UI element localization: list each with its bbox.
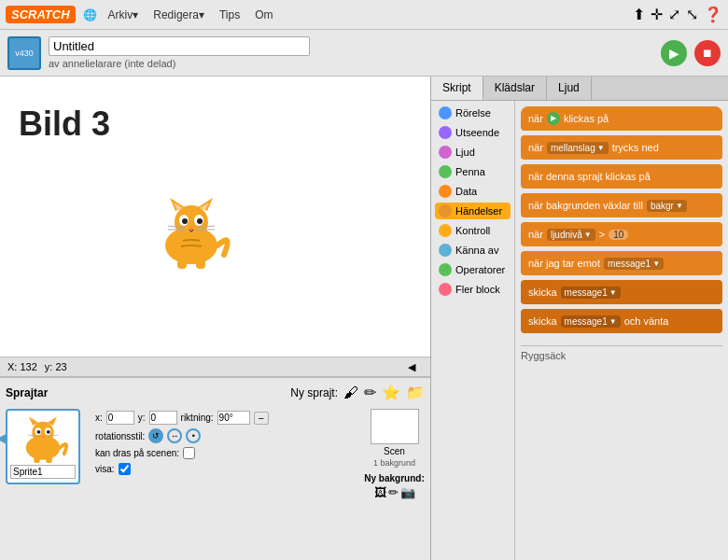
green-flag-button[interactable] [661,40,687,66]
minus-icon[interactable]: − [254,412,269,425]
riktning-input[interactable] [217,411,250,425]
block-nar-mellansslag[interactable]: när mellanslag trycks ned [521,135,722,160]
cat-dot-kanna-av [439,244,452,257]
rotation-options: ↺ ↔ • [148,428,201,443]
menu-om[interactable]: Om [251,8,276,21]
globe-icon[interactable]: 🌐 [83,8,97,21]
cat-dot-ljud [439,146,452,159]
rotate-none-btn[interactable]: • [186,428,201,443]
scene-new-label: Ny bakgrund: [364,473,424,483]
tab-ljud[interactable]: Ljud [547,77,592,100]
cat-ljud-label: Ljud [455,147,475,158]
help-icon[interactable]: ❓ [704,6,722,23]
stage[interactable]: Bild 3 [0,77,430,357]
expand-icon[interactable]: ⤢ [668,6,680,23]
sprite-name-input[interactable] [10,465,76,479]
add-icon[interactable]: ✛ [651,6,663,23]
block-message1-dropdown2[interactable]: message1 [561,287,621,299]
block-nar-emot[interactable]: när jag tar emot message1 [521,251,722,275]
scene-thumbnail[interactable] [371,409,419,444]
cat-rorelse[interactable]: Rörelse [435,105,511,121]
block-ljudniva-dropdown[interactable]: ljudnivå [547,229,595,241]
menu-redigera[interactable]: Redigera▾ [149,8,208,21]
sprite-item[interactable] [6,409,80,484]
scene-camera-icon[interactable]: 📷 [400,485,415,499]
edit-sprite-icon[interactable]: ✏ [364,384,376,401]
block-skicka[interactable]: skicka message1 [521,280,722,304]
kan-dras-checkbox[interactable] [183,447,195,459]
sprites-header: Sprajtar Ny sprajt: 🖌 ✏ ⭐ 📁 [6,384,425,401]
blocks-tabs: Skript Klädslar Ljud [431,77,728,101]
tab-skript[interactable]: Skript [431,77,483,100]
cat-ljud[interactable]: Ljud [435,144,511,161]
cat-fler-block[interactable]: Fler block [435,281,511,298]
menu-arkiv[interactable]: Arkiv▾ [105,8,143,21]
cat-penna[interactable]: Penna [435,163,511,180]
block-nar-flagga-text2: klickas på [564,113,609,124]
cat-kanna-av[interactable]: Känna av [435,242,511,259]
surprise-sprite-icon[interactable]: ⭐ [382,384,400,401]
block-och-vanta-text: och vänta [624,315,669,327]
cat-kontroll[interactable]: Kontroll [435,222,511,239]
cat-penna-label: Penna [455,166,485,177]
cat-dot-rorelse [439,106,452,119]
block-mellanslag-dropdown[interactable]: mellanslag [547,142,609,154]
cat-utseende[interactable]: Utseende [435,124,511,141]
paint-sprite-icon[interactable]: 🖌 [343,385,358,401]
shrink-icon[interactable]: ⤡ [686,6,698,23]
cat-handelser[interactable]: Händelser [435,203,511,219]
block-nar-text2: när [528,229,543,240]
x-label: x: [95,413,103,423]
svg-rect-29 [46,455,52,463]
block-skicka-vanta[interactable]: skicka message1 och vänta [521,309,722,333]
cat-dot-fler-block [439,283,452,296]
cat-data[interactable]: Data [435,183,511,200]
block-num-10[interactable]: 10 [609,230,628,240]
svg-rect-28 [34,455,40,463]
block-nar-flagga[interactable]: när ▶ klickas på [521,106,722,131]
cat-utseende-label: Utseende [455,127,499,138]
red-stop-button[interactable] [694,40,721,66]
new-sprite-controls: Ny sprajt: 🖌 ✏ ⭐ 📁 [290,384,425,401]
cat-dot-kontroll [439,224,452,237]
rotate-all-btn[interactable]: ↺ [148,428,163,443]
block-bakgr-dropdown[interactable]: bakgr [647,200,687,212]
scene-paint-icon[interactable]: 🖼 [374,485,386,499]
stage-cat [149,194,233,282]
visa-checkbox[interactable] [119,463,131,475]
menu-tips[interactable]: Tips [216,8,244,21]
coord-y: y: 23 [45,361,67,372]
block-nar-sprajt[interactable]: när denna sprajt klickas på [521,164,722,189]
cat-operatorer[interactable]: Operatorer [435,261,511,278]
block-nar-bakgrund[interactable]: när bakgrunden växlar till bakgr [521,193,722,217]
cat-fler-block-label: Fler block [455,284,500,295]
flag-icon: ▶ [547,112,560,125]
y-input[interactable] [149,411,177,425]
block-nar-emot-text: när jag tar emot [528,258,600,269]
block-message1-dropdown1[interactable]: message1 [604,258,664,270]
coords-expand-icon[interactable]: ◀ [408,361,415,373]
x-input[interactable] [106,411,134,425]
tab-kladslar[interactable]: Klädslar [483,77,547,100]
svg-rect-16 [196,258,205,269]
svg-point-9 [197,218,203,224]
block-skicka-text: skicka [528,287,557,298]
ryggsack-label: Ryggsäck [521,345,722,361]
kan-dras-row: kan dras på scenen: [95,447,269,459]
blocks-panel: Skript Klädslar Ljud Rörelse Utseende [431,77,728,560]
block-nar-bakgrund-text1: när bakgrunden växlar till [528,200,643,211]
svg-point-8 [182,218,188,224]
version-label: v430 [15,49,34,58]
upload-sprite-icon[interactable]: 📁 [406,384,425,401]
cat-dot-operatorer [439,263,452,276]
block-message1-dropdown3[interactable]: message1 [561,315,621,328]
scene-sub: 1 bakgrund [373,458,415,468]
project-title-input[interactable] [49,36,310,56]
scene-edit-icon[interactable]: ✏ [388,485,399,499]
upload-icon[interactable]: ⬆ [633,6,645,23]
cat-handelser-label: Händelser [455,205,502,217]
scratch-logo[interactable]: SCRATCH [6,6,76,23]
rotate-lr-btn[interactable]: ↔ [167,428,182,443]
block-nar-ljudniva[interactable]: när ljudnivå > 10 [521,222,722,246]
svg-point-23 [37,430,41,434]
